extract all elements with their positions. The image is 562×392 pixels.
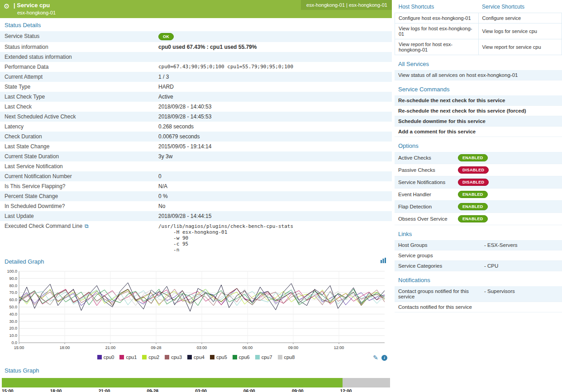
legend-label: cpu2 [148,354,159,360]
legend-label: cpu6 [239,354,250,360]
row-value: Active [154,92,392,102]
status-bar-segment-ok [2,378,343,387]
option-state-badge[interactable]: ENABLED [458,203,488,210]
link-label: Service Categories [398,263,484,269]
service-commands-heading[interactable]: Service Commands [395,81,562,95]
host-shortcuts-heading[interactable]: Host Shortcuts [395,0,479,13]
legend-label: cpu0 [104,354,114,360]
row-label: Next Scheduled Active Check [0,112,154,122]
link-row: Host Groups- ESX-Servers [395,240,562,250]
legend-item-cpu8[interactable]: cpu8 [278,354,295,360]
row-value: 3y 3w [154,151,392,161]
svg-text:50.0: 50.0 [9,305,17,309]
legend-swatch [142,355,147,359]
row-value: cpu0=67.43;90;95;0;100 cpu1=55.79;90;95;… [154,62,392,72]
page-subtitle: esx-hongkong-01 [17,10,388,15]
option-row[interactable]: Obsess Over ServiceENABLED [395,213,562,225]
svg-text:40.0: 40.0 [9,312,17,316]
row-label: Executed Check Command Line⧉ [0,221,154,255]
row-label: Performance Data [0,62,154,72]
service-command-link[interactable]: Schedule downtime for this service [395,116,562,127]
notifications-heading[interactable]: Notifications [395,272,562,286]
option-row[interactable]: Active ChecksENABLED [395,152,562,164]
legend-swatch [255,355,260,359]
table-row: Check Duration0.00679 seconds [0,132,392,142]
status-timeline-labels: 15:0018:0021:0009-2803:0006:0009:0012:00 [2,389,390,392]
service-command-link[interactable]: Re-schedule the next check for this serv… [395,95,562,106]
table-row: Last State Change2015/09/05 - 19:14:14 [0,142,392,151]
legend-label: cpu5 [216,354,227,360]
option-row[interactable]: Flap DetectionENABLED [395,201,562,213]
header-host-label: esx-hongkong-01 | esx-hongkong-01 [301,0,392,10]
link-value [484,253,558,258]
option-state-badge[interactable]: ENABLED [458,154,488,161]
legend-item-cpu7[interactable]: cpu7 [255,354,272,360]
status-graph-heading: Status Graph [0,364,392,377]
all-services-link[interactable]: View status of all services on host esx-… [395,70,562,80]
service-command-link[interactable]: Re-schedule the next check for this serv… [395,106,562,116]
link-value[interactable]: - CPU [484,263,558,269]
legend-item-cpu1[interactable]: cpu1 [119,354,137,360]
link-value[interactable]: - ESX-Servers [484,242,558,248]
option-label: Obsess Over Service [398,216,458,222]
service-command-link[interactable]: Add a comment for this service [395,127,562,137]
notification-value [484,304,558,310]
gear-icon[interactable]: ⚙ [4,2,10,10]
svg-text:0.0: 0.0 [11,340,17,345]
row-label: In Scheduled Downtime? [0,201,154,211]
row-label: Percent State Change [0,191,154,201]
status-timeline-bar [2,378,390,387]
row-label: Last State Change [0,142,154,151]
option-row[interactable]: Passive ChecksDISABLED [395,164,562,176]
row-value: 2015/09/05 - 19:14:14 [154,142,392,151]
legend-item-cpu2[interactable]: cpu2 [142,354,159,360]
option-state-badge[interactable]: ENABLED [458,191,488,198]
axis-tick-label: 06:00 [243,389,255,392]
option-row[interactable]: Service NotificationsDISABLED [395,176,562,189]
shortcut-link[interactable]: View report for service cpu [478,39,562,55]
info-icon[interactable]: i [381,355,387,361]
link-label: Host Groups [398,242,484,248]
shortcut-row: Configure host esx-hongkong-01Configure … [395,13,562,24]
table-row: Current Attempt1 / 3 [0,72,392,82]
service-shortcuts-heading[interactable]: Service Shortcuts [478,0,562,13]
copy-command-icon[interactable]: ⧉ [85,223,89,229]
option-state-badge[interactable]: DISABLED [458,179,489,186]
legend-swatch [119,355,124,359]
shortcut-row: View report for host esx-hongkong-01View… [395,39,562,55]
links-heading[interactable]: Links [395,226,562,240]
shortcut-link[interactable]: Configure service [478,13,562,24]
row-value: HARD [154,82,392,92]
legend-item-cpu5[interactable]: cpu5 [210,354,227,360]
row-value: 0 [154,171,392,181]
legend-label: cpu1 [126,354,137,360]
table-row: Latency0.268 seconds [0,122,392,132]
chart-legend-row: cpu0cpu1cpu2cpu3cpu4cpu5cpu6cpu7cpu8 ✎ i [0,354,392,364]
table-row: Service StatusOK [0,31,392,42]
options-section: Options Active ChecksENABLEDPassive Chec… [395,138,562,225]
legend-item-cpu4[interactable]: cpu4 [187,354,205,360]
option-state-badge[interactable]: DISABLED [458,166,489,174]
axis-tick-label: 18:00 [50,389,62,392]
all-services-heading[interactable]: All Services [395,56,562,70]
page: ⚙ | Service cpu esx-hongkong-01 esx-hong… [0,0,562,392]
bar-chart-icon[interactable] [380,257,386,265]
shortcut-link[interactable]: View report for host esx-hongkong-01 [395,39,479,55]
table-row: Is This Service Flapping?N/A [0,181,392,191]
option-state-badge[interactable]: ENABLED [458,215,488,222]
shortcut-link[interactable]: View logs for host esx-hongkong-01 [395,24,479,39]
options-heading[interactable]: Options [395,138,562,152]
detailed-graph-heading: Detailed Graph [0,255,48,268]
option-row[interactable]: Event HandlerENABLED [395,189,562,201]
svg-text:03:00: 03:00 [197,345,207,350]
svg-text:60.0: 60.0 [9,298,17,302]
edit-graph-icon[interactable]: ✎ [373,354,378,361]
svg-text:21:00: 21:00 [105,345,116,350]
legend-item-cpu0[interactable]: cpu0 [97,354,114,360]
table-row: Last Check2018/09/28 - 14:40:53 [0,102,392,112]
notification-value[interactable]: - Supervisors [484,288,558,299]
shortcut-link[interactable]: Configure host esx-hongkong-01 [395,13,479,24]
legend-item-cpu6[interactable]: cpu6 [233,354,250,360]
shortcut-link[interactable]: View logs for service cpu [478,24,562,39]
legend-item-cpu3[interactable]: cpu3 [165,354,182,360]
